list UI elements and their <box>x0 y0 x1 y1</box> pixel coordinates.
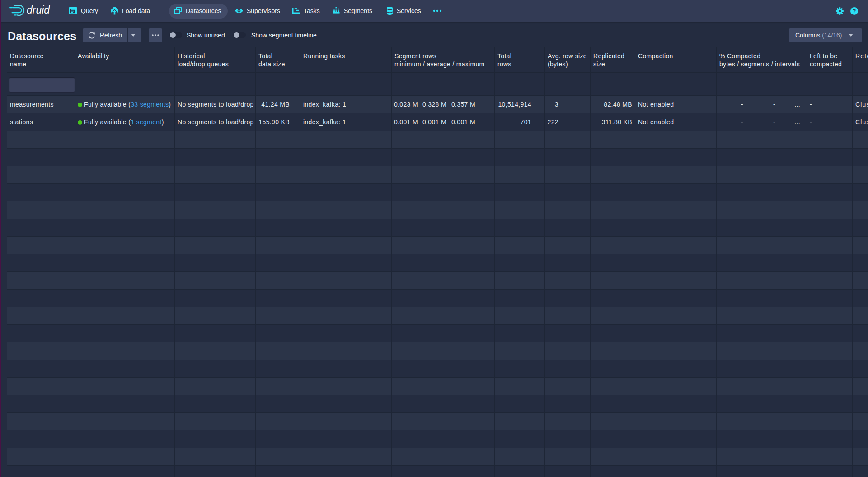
svg-text:?: ? <box>853 8 856 14</box>
